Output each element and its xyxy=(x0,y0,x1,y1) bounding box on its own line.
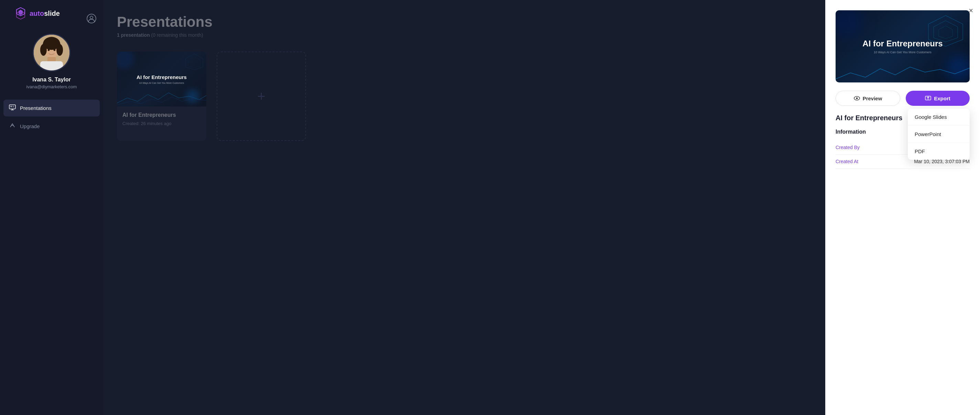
panel-thumb-subtitle: 10 Ways AI Can Get You More Customers xyxy=(856,51,950,54)
panel-thumbnail: AI for Entrepreneurs 10 Ways AI Can Get … xyxy=(835,10,970,82)
created-by-label: Created By xyxy=(835,145,860,150)
preview-button[interactable]: Preview xyxy=(835,91,900,106)
panel-thumb-title: AI for Entrepreneurs xyxy=(856,39,950,48)
export-pdf[interactable]: PDF xyxy=(908,143,970,160)
svg-rect-12 xyxy=(40,61,63,70)
panel-actions: Preview Export Google Slides PowerPoint … xyxy=(835,91,970,106)
svg-point-4 xyxy=(90,16,93,19)
export-label: Export xyxy=(934,95,950,101)
sidebar-item-upgrade[interactable]: Upgrade xyxy=(3,118,100,135)
svg-marker-26 xyxy=(939,26,953,38)
svg-rect-15 xyxy=(9,105,16,109)
svg-point-9 xyxy=(40,44,47,55)
sidebar-item-upgrade-label: Upgrade xyxy=(20,124,40,129)
card-info: AI for Entrepreneurs Created: 26 minutes… xyxy=(117,106,206,131)
page-title: Presentations xyxy=(117,14,811,30)
svg-marker-23 xyxy=(188,57,200,68)
logo-text: autoslide xyxy=(30,10,60,17)
panel-thumb-content: AI for Entrepreneurs 10 Ways AI Can Get … xyxy=(856,39,950,54)
avatar xyxy=(33,34,70,71)
card-thumb-title: AI for Entrepreneurs xyxy=(133,74,190,81)
sidebar-item-presentations-label: Presentations xyxy=(20,105,52,111)
svg-rect-18 xyxy=(10,106,12,107)
created-at-label: Created At xyxy=(835,159,858,164)
hex-decoration xyxy=(184,53,205,70)
svg-marker-2 xyxy=(19,10,23,15)
user-name: Ivana S. Taylor xyxy=(32,77,71,83)
app-logo: autoslide xyxy=(7,7,60,20)
card-thumb-subtitle: 10 Ways AI Can Get You More Customers xyxy=(133,82,190,84)
wave-decoration xyxy=(117,89,206,106)
export-button[interactable]: Export xyxy=(906,91,970,106)
card-created: Created: 26 minutes ago xyxy=(123,121,201,126)
add-presentation-card[interactable]: + xyxy=(216,52,306,141)
panel-wave xyxy=(835,62,970,82)
sidebar-nav: Presentations Upgrade xyxy=(0,100,103,136)
export-google-slides-label: Google Slides xyxy=(915,114,947,120)
profile-icon[interactable] xyxy=(87,14,96,26)
sidebar: autoslide xyxy=(0,0,103,415)
avatar-image xyxy=(34,35,70,70)
svg-point-10 xyxy=(56,44,63,55)
svg-point-28 xyxy=(856,98,858,99)
sidebar-item-presentations[interactable]: Presentations xyxy=(3,100,100,116)
created-value: 26 minutes ago xyxy=(141,121,172,126)
sidebar-header: autoslide xyxy=(0,7,103,30)
presentations-icon xyxy=(9,104,16,112)
card-name: AI for Entrepreneurs xyxy=(123,112,201,118)
presentation-count: 1 presentation xyxy=(117,32,150,38)
presentation-card[interactable]: AI for Entrepreneurs 10 Ways AI Can Get … xyxy=(117,52,206,141)
card-thumb-content: AI for Entrepreneurs 10 Ways AI Can Get … xyxy=(133,74,190,84)
upgrade-icon xyxy=(9,122,16,131)
created-label: Created: xyxy=(123,121,140,126)
main-content: Presentations 1 presentation (0 remainin… xyxy=(103,0,825,415)
eye-icon xyxy=(854,95,860,101)
logo-icon xyxy=(14,7,27,20)
export-dropdown: Google Slides PowerPoint PDF xyxy=(908,109,970,160)
add-icon: + xyxy=(257,89,265,104)
export-icon xyxy=(925,95,931,101)
presentations-grid: AI for Entrepreneurs 10 Ways AI Can Get … xyxy=(117,52,811,141)
export-powerpoint-label: PowerPoint xyxy=(915,131,941,137)
preview-label: Preview xyxy=(863,95,882,101)
remaining-text: (0 remaining this month) xyxy=(151,32,203,38)
export-google-slides[interactable]: Google Slides xyxy=(908,109,970,126)
svg-point-14 xyxy=(54,49,56,51)
export-powerpoint[interactable]: PowerPoint xyxy=(908,126,970,143)
detail-panel: × AI for Entrepreneurs 10 Ways AI Can Ge… xyxy=(825,0,980,415)
svg-point-13 xyxy=(48,49,50,51)
user-email: ivana@diymarketers.com xyxy=(27,84,77,89)
svg-marker-22 xyxy=(186,54,203,70)
card-thumbnail: AI for Entrepreneurs 10 Ways AI Can Get … xyxy=(117,52,206,106)
page-subtitle: 1 presentation (0 remaining this month) xyxy=(117,32,811,38)
export-pdf-label: PDF xyxy=(915,149,925,154)
